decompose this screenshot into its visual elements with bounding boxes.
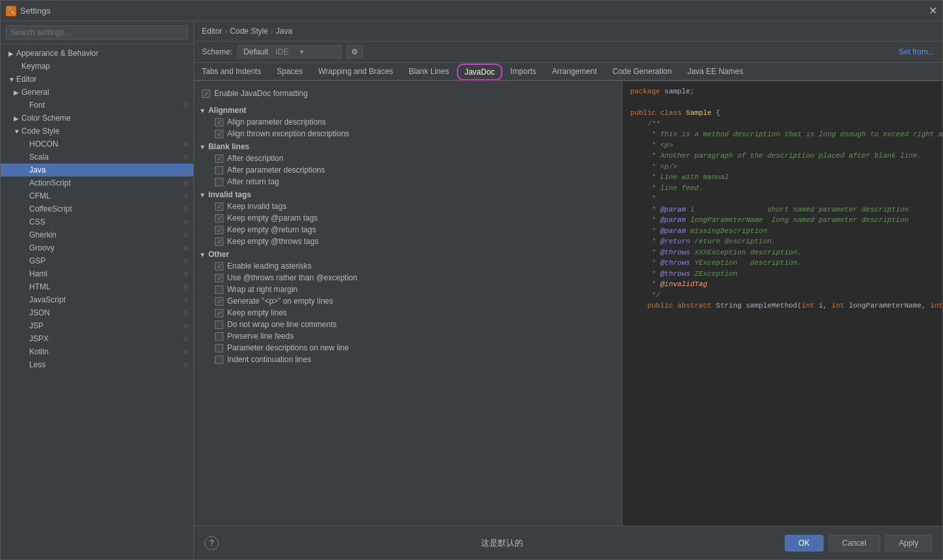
tree-arrow: ▶: [14, 115, 21, 122]
section-arrow: ▼: [199, 107, 206, 114]
help-button[interactable]: ?: [204, 536, 219, 550]
checkbox-keep-empty-lines[interactable]: [215, 309, 223, 317]
close-button[interactable]: ✕: [929, 5, 937, 17]
sidebar-item-color-scheme[interactable]: ▶Color Scheme: [1, 112, 193, 125]
sidebar-item-kotlin[interactable]: Kotlin⎘: [1, 345, 193, 358]
sidebar: ▶Appearance & BehaviorKeymap▼Editor▶Gene…: [1, 21, 194, 559]
tree-label: Appearance & Behavior: [16, 49, 188, 58]
enable-javadoc-checkbox[interactable]: [202, 90, 210, 98]
apply-button[interactable]: Apply: [885, 535, 932, 552]
section-invalid-tags[interactable]: ▼Invalid tags: [194, 188, 622, 201]
code-line-16: * @throws XXXException description.: [630, 247, 935, 258]
ok-button[interactable]: OK: [785, 535, 823, 552]
bottom-left: ?: [204, 536, 219, 550]
checkbox-leading-asterisks[interactable]: [215, 262, 223, 271]
sidebar-item-gsp[interactable]: GSP⎘: [1, 254, 193, 267]
setting-align-param: Align parameter descriptions: [194, 116, 622, 128]
scheme-bar: Scheme: Default IDE ▼ ⚙ Set from...: [194, 42, 942, 63]
section-arrow: ▼: [199, 251, 206, 258]
copy-icon: ⎘: [184, 167, 188, 174]
sidebar-item-jsp[interactable]: JSP⎘: [1, 319, 193, 332]
sidebar-item-gherkin[interactable]: Gherkin⎘: [1, 228, 193, 241]
checkbox-no-wrap-one-line[interactable]: [215, 321, 223, 329]
checkbox-wrap-right[interactable]: [215, 286, 223, 294]
checkbox-align-throws[interactable]: [215, 130, 223, 138]
tab-arrangement[interactable]: Arrangement: [544, 63, 604, 81]
sidebar-item-haml[interactable]: Haml⎘: [1, 267, 193, 280]
scheme-dropdown-arrow: ▼: [298, 48, 305, 56]
checkbox-after-desc[interactable]: [215, 154, 223, 163]
setting-label-no-wrap-one-line: Do not wrap one line comments: [227, 320, 337, 329]
tab-spaces[interactable]: Spaces: [269, 63, 310, 81]
copy-icon: ⎘: [184, 284, 188, 291]
sidebar-item-font[interactable]: Font⎘: [1, 99, 193, 112]
setting-label-use-throws: Use @throws rather than @exception: [227, 273, 357, 282]
sidebar-item-css[interactable]: CSS⎘: [1, 215, 193, 228]
sidebar-item-coffeescript[interactable]: CoffeeScript⎘: [1, 202, 193, 215]
section-alignment[interactable]: ▼Alignment: [194, 103, 622, 116]
cancel-button[interactable]: Cancel: [829, 535, 880, 552]
sidebar-item-cfml[interactable]: CFML⎘: [1, 189, 193, 202]
sidebar-item-json[interactable]: JSON⎘: [1, 306, 193, 319]
checkbox-indent-continuation[interactable]: [215, 356, 223, 364]
copy-icon: ⎘: [184, 348, 188, 356]
sidebar-item-code-style[interactable]: ▼Code Style: [1, 125, 193, 138]
copy-icon: ⎘: [184, 206, 188, 213]
copy-icon: ⎘: [184, 102, 188, 109]
checkbox-keep-invalid[interactable]: [215, 202, 223, 211]
code-line-14: * @param missingDescription: [630, 226, 935, 237]
checkbox-align-param[interactable]: [215, 118, 223, 127]
tree-label: Editor: [16, 75, 188, 84]
tree-label: Code Style: [21, 127, 188, 136]
sidebar-item-jspx[interactable]: JSPX⎘: [1, 332, 193, 345]
checkbox-keep-empty-throws[interactable]: [215, 237, 223, 246]
tab-imports[interactable]: Imports: [502, 63, 544, 81]
tab-tabs-indents[interactable]: Tabs and Indents: [194, 63, 269, 81]
sidebar-item-editor[interactable]: ▼Editor: [1, 73, 193, 86]
sidebar-item-scala[interactable]: Scala⎘: [1, 151, 193, 164]
checkbox-preserve-feeds[interactable]: [215, 332, 223, 341]
search-input[interactable]: [6, 25, 188, 40]
checkbox-after-return[interactable]: [215, 178, 223, 186]
tab-wrapping[interactable]: Wrapping and Braces: [310, 63, 400, 81]
sidebar-item-keymap[interactable]: Keymap: [1, 60, 193, 73]
sidebar-item-html[interactable]: HTML⎘: [1, 280, 193, 293]
settings-window: 🔧 Settings ✕ ▶Appearance & BehaviorKeyma…: [0, 0, 943, 560]
tab-javadoc[interactable]: JavaDoc: [457, 64, 503, 80]
sidebar-item-hocon[interactable]: HOCON⎘: [1, 138, 193, 151]
setting-label-gen-p: Generate "<p>" on empty lines: [227, 297, 333, 306]
code-line-18: * @throws ZException: [630, 269, 935, 280]
tab-java-ee[interactable]: Java EE Names: [680, 63, 751, 81]
checkbox-use-throws[interactable]: [215, 274, 223, 282]
checkbox-param-new-line[interactable]: [215, 344, 223, 352]
checkbox-keep-empty-param[interactable]: [215, 214, 223, 223]
code-line-13: * @param longParameterName long named pa…: [630, 215, 935, 226]
tree-label: Gherkin: [29, 230, 182, 239]
tab-code-generation[interactable]: Code Generation: [605, 63, 680, 81]
checkbox-after-param[interactable]: [215, 166, 223, 175]
code-line-5: * This is a method description that is l…: [630, 129, 935, 140]
checkbox-gen-p[interactable]: [215, 297, 223, 306]
breadcrumb-sep-2: ›: [271, 27, 273, 36]
checkbox-keep-empty-return[interactable]: [215, 226, 223, 234]
tree-label: JSON: [29, 308, 182, 317]
sidebar-item-general[interactable]: ▶General: [1, 86, 193, 99]
code-line-10: * line feed.: [630, 183, 935, 194]
gear-button[interactable]: ⚙: [347, 45, 363, 58]
set-from-link[interactable]: Set from...: [899, 47, 935, 56]
main-content: ▶Appearance & BehaviorKeymap▼Editor▶Gene…: [1, 21, 942, 559]
sidebar-item-appearance[interactable]: ▶Appearance & Behavior: [1, 47, 193, 60]
sidebar-item-less[interactable]: Less⎘: [1, 358, 193, 371]
tab-blank-lines[interactable]: Blank Lines: [401, 63, 457, 81]
sidebar-item-java[interactable]: Java⎘: [1, 164, 193, 177]
settings-panel: Enable JavaDoc formatting ▼AlignmentAlig…: [194, 81, 622, 526]
sidebar-item-groovy[interactable]: Groovy⎘: [1, 241, 193, 254]
sidebar-item-javascript[interactable]: JavaScript⎘: [1, 293, 193, 306]
setting-label-align-param: Align parameter descriptions: [227, 117, 326, 127]
sidebar-item-actionscript[interactable]: ActionScript⎘: [1, 177, 193, 189]
section-blank-lines[interactable]: ▼Blank lines: [194, 140, 622, 152]
tree-label: Groovy: [29, 243, 182, 252]
scheme-select[interactable]: Default IDE ▼: [238, 45, 341, 58]
tree-label: CSS: [29, 217, 182, 226]
section-other[interactable]: ▼Other: [194, 247, 622, 260]
